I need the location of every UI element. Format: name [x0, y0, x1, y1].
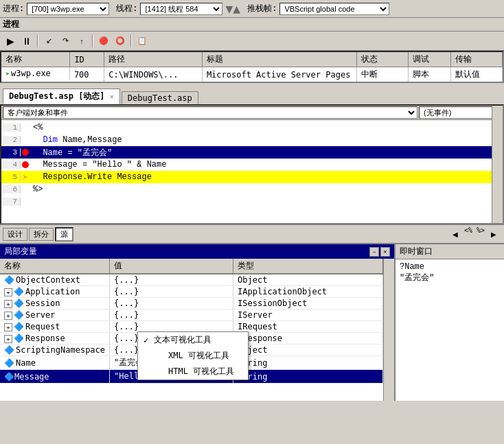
- var-icon-2: 🔷: [14, 287, 24, 296]
- context-menu: ✓ 文本可视化工具 XML 可视化工具 HTML 可视化工具: [137, 331, 249, 380]
- marker-4: [21, 161, 30, 168]
- breakpoint-button[interactable]: 🔴: [96, 34, 111, 49]
- cell-path: C:\WINDOWS\...: [104, 67, 203, 82]
- editor-scrollbar[interactable]: [492, 106, 503, 223]
- expand-icon-2[interactable]: +: [4, 300, 12, 308]
- col-transfer: 传输: [451, 52, 503, 67]
- col-status: 状态: [356, 52, 408, 67]
- breakpoint-icon: [22, 149, 29, 156]
- process-label: 进程:: [3, 3, 24, 14]
- step-over-button[interactable]: ↷: [58, 34, 73, 49]
- instant-content: ?Name "孟完会": [396, 259, 504, 286]
- expand-icon-4[interactable]: +: [4, 323, 12, 331]
- step-into-button[interactable]: ↙: [41, 34, 56, 49]
- split-button[interactable]: 拆分: [29, 228, 54, 241]
- col-debug: 调试: [408, 52, 450, 67]
- instant-title: 即时窗口: [400, 246, 433, 256]
- var-icon-4: 🔷: [14, 310, 24, 320]
- vars-header-btns: − ×: [369, 247, 390, 257]
- vars-pin-button[interactable]: −: [369, 247, 379, 257]
- tab-0[interactable]: DebugTest.asp [动态] ✕: [3, 89, 120, 104]
- extra-button[interactable]: 📋: [135, 34, 150, 49]
- col-id: ID: [70, 52, 104, 67]
- separator: [37, 35, 38, 47]
- separator2: [92, 35, 93, 47]
- expand-icon-5[interactable]: +: [4, 335, 12, 343]
- tab-1[interactable]: DebugTest.asp: [122, 91, 198, 104]
- code-line-6: 6 %>: [1, 183, 503, 196]
- stack-select[interactable]: VBScript global code: [279, 3, 389, 15]
- var-row-session[interactable]: +🔷Session {...} ISessionObject: [0, 298, 383, 309]
- design-bar: 设计 拆分 源 ◀ <% %> ▶: [0, 224, 504, 243]
- code-line-2: 2 Dim Name,Message: [1, 134, 503, 146]
- context-menu-item-2[interactable]: HTML 可视化工具: [138, 364, 248, 379]
- instant-header: 即时窗口: [396, 244, 504, 259]
- var-col-value: 值: [110, 259, 233, 274]
- marker-3: [21, 149, 30, 156]
- var-icon-8: 🔷: [4, 358, 14, 368]
- event-dropdown[interactable]: (无事件): [419, 106, 501, 119]
- context-menu-item-1[interactable]: XML 可视化工具: [138, 348, 248, 364]
- var-row-server[interactable]: +🔷Server {...} IServer: [0, 309, 383, 321]
- keyword: Dim: [43, 135, 58, 145]
- design-button[interactable]: 设计: [3, 228, 27, 241]
- cell-name: ➤ w3wp.exe: [1, 67, 70, 80]
- clear-break-button[interactable]: ⭕: [113, 34, 128, 49]
- var-row-application[interactable]: +🔷Application {...} IApplicationObject: [0, 286, 383, 298]
- process-select[interactable]: [700] w3wp.exe: [27, 3, 109, 15]
- table-row[interactable]: ➤ w3wp.exe 700 C:\WINDOWS\... Microsoft …: [1, 67, 503, 82]
- vars-scrollbar[interactable]: [383, 259, 394, 401]
- instant-panel: 即时窗口 ?Name "孟完会": [394, 243, 504, 401]
- var-row-request[interactable]: +🔷Request {...} IRequest: [0, 321, 383, 333]
- nav-separator: <% %>: [464, 226, 485, 242]
- cell-debug: 脚本: [408, 67, 450, 82]
- top-toolbar: 进程: [700] w3wp.exe 线程: [1412] 线程 584 ▼▲ …: [0, 0, 504, 18]
- col-path: 路径: [104, 52, 203, 67]
- nav-left[interactable]: ◀: [448, 226, 463, 242]
- source-button[interactable]: 源: [55, 227, 73, 242]
- instant-line1: ?Name: [400, 262, 500, 272]
- thread-select[interactable]: [1412] 线程 584: [140, 3, 222, 15]
- var-row-objectcontext[interactable]: 🔷ObjectContext {...} Object: [0, 274, 383, 286]
- instant-line2: "孟完会": [400, 272, 500, 283]
- editor-dropdowns: 客户端对象和事件 (无事件): [1, 106, 503, 120]
- expand-icon[interactable]: +: [4, 288, 12, 296]
- col-title: 标题: [202, 52, 356, 67]
- marker-5: ➤: [21, 172, 30, 183]
- process-section-label: 进程: [0, 18, 504, 32]
- code-line-7: 7: [1, 196, 503, 208]
- vars-title: 局部变量: [4, 246, 37, 257]
- var-icon-6: 🔷: [14, 334, 24, 343]
- editor-area: 客户端对象和事件 (无事件) 1 <% 2 Dim Name,Message 3…: [0, 104, 504, 224]
- cell-transfer: 默认值: [451, 67, 503, 82]
- code-editor[interactable]: 1 <% 2 Dim Name,Message 3 Name = "孟完会" 4…: [1, 120, 503, 223]
- var-col-type: 类型: [233, 259, 383, 274]
- var-col-name: 名称: [0, 259, 110, 274]
- cell-title: Microsoft Active Server Pages: [202, 67, 356, 82]
- process-table: 名称 ID 路径 标题 状态 调试 传输 ➤ w3wp.exe 700 C:\W…: [1, 52, 503, 82]
- context-menu-item-0[interactable]: ✓ 文本可视化工具: [138, 332, 248, 348]
- cell-status: 中断: [356, 67, 408, 82]
- process-table-container: 名称 ID 路径 标题 状态 调试 传输 ➤ w3wp.exe 700 C:\W…: [0, 51, 504, 83]
- var-icon-9: 🔷: [4, 372, 14, 382]
- checkmark-icon: ✓: [144, 336, 148, 345]
- var-icon-5: 🔷: [14, 322, 24, 331]
- pause-button[interactable]: ⏸: [19, 34, 34, 49]
- nav-right[interactable]: ▶: [486, 226, 501, 242]
- code-line-1: 1 <%: [1, 121, 503, 134]
- icon-toolbar: ▶ ⏸ ↙ ↷ ↑ 🔴 ⭕ 📋: [0, 32, 504, 51]
- arrow-icon: ➤: [5, 70, 10, 78]
- col-name: 名称: [1, 52, 70, 67]
- run-button[interactable]: ▶: [3, 34, 18, 49]
- object-dropdown[interactable]: 客户端对象和事件: [3, 106, 417, 119]
- var-icon-7: 🔷: [4, 345, 14, 355]
- tab-close-icon[interactable]: ✕: [110, 93, 114, 100]
- var-icon-3: 🔷: [14, 299, 24, 308]
- thread-label: 线程:: [116, 3, 137, 14]
- expand-icon-3[interactable]: +: [4, 312, 12, 320]
- tabs-container: DebugTest.asp [动态] ✕ DebugTest.asp: [0, 86, 504, 104]
- vars-close-button[interactable]: ×: [380, 247, 390, 257]
- bottom-section: 局部变量 − × 名称 值 类型: [0, 243, 504, 401]
- var-icon: 🔷: [4, 275, 14, 285]
- step-out-button[interactable]: ↑: [74, 34, 89, 49]
